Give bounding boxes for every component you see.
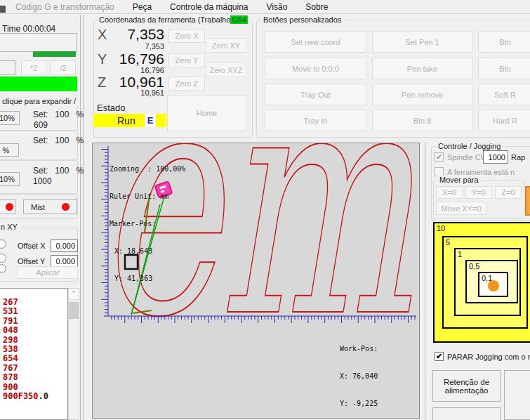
z0-button[interactable]: Z=0: [495, 186, 522, 199]
marker-pos-title: Marker-Pos:: [110, 219, 185, 228]
custom-button-move-to-000[interactable]: Move to 0;0;0: [265, 58, 366, 79]
work-pos-block: Work-Pos: X: 76,040 Y: -9,225: [340, 326, 378, 419]
zoom-level: Zooming : 100,00%: [110, 164, 185, 173]
g54-badge: G54: [230, 15, 248, 24]
toolpath-canvas[interactable]: em Zooming : 100,00% Ru: [92, 143, 420, 419]
override1-10pct-button[interactable]: 10%: [0, 111, 20, 125]
mist-button[interactable]: Mist: [23, 199, 77, 214]
apply-button[interactable]: Aplicar: [18, 266, 78, 279]
parar-jogging-label: PARAR Jogging com o m: [447, 353, 530, 361]
menu-bar: Código G e transformação Peça Controle d…: [0, 0, 530, 14]
spindle-cw-checkbox[interactable]: ✔: [435, 152, 444, 162]
gcode-line: 048: [3, 326, 67, 335]
speed-button-cut[interactable]: [0, 60, 15, 75]
app-window: Código G e transformação Peça Controle d…: [0, 0, 530, 420]
set-value: 100: [55, 136, 69, 145]
divider-left-2: [84, 15, 84, 420]
gcode-line: 767: [3, 364, 67, 373]
jog-step-05-label: 0,5: [469, 262, 479, 270]
menu-peca[interactable]: Peça: [133, 2, 152, 12]
zero-y-button[interactable]: Zero Y: [168, 53, 205, 67]
progress-bar-track: [0, 33, 77, 52]
override2-pct-button[interactable]: %: [0, 143, 19, 157]
custom-buttons-title: Botões personalizados: [261, 15, 343, 24]
set-label: Set:: [33, 136, 48, 145]
custom-button-pen-remove[interactable]: Pen remove: [372, 84, 472, 105]
mist-status-dot: [62, 203, 69, 211]
work-pos-title: Work-Pos:: [340, 344, 378, 353]
percent-sign: %: [76, 136, 84, 145]
zero-z-button[interactable]: Zero Z: [168, 77, 205, 91]
gcode-scrollbar[interactable]: ⌃: [68, 288, 79, 420]
axis-x-value: 7,353: [105, 26, 164, 43]
parar-jogging-checkbox[interactable]: ✔: [435, 352, 444, 361]
coolant-button[interactable]: [0, 199, 15, 214]
bottom-cut-button[interactable]: [432, 407, 501, 420]
menu-visao[interactable]: Visão: [267, 2, 288, 12]
estado-status-bar: Run E: [93, 114, 166, 127]
custom-button-tray-in[interactable]: Tray In: [265, 110, 366, 131]
jog-button-cut[interactable]: [525, 186, 530, 216]
custom-button-btn8[interactable]: Btn 8: [372, 110, 472, 131]
y0-button[interactable]: Y=0: [465, 186, 492, 199]
progress-bar-fill: [33, 51, 76, 57]
set-label: Set:: [33, 166, 48, 176]
custom-button-set-new-coord[interactable]: Set new coord: [265, 31, 366, 53]
override1-set-row: Set: 100 %: [33, 110, 84, 119]
custom-button-pen-take[interactable]: Pen take: [372, 58, 472, 79]
set-value: 100: [55, 166, 69, 176]
coolant-status-dot: [6, 203, 13, 211]
menu-machine-control[interactable]: Controle da máquina: [170, 2, 248, 12]
divide-2-button[interactable]: /2: [51, 60, 76, 75]
custom-button-btn6[interactable]: Btn: [478, 58, 530, 79]
override3-actual: 1000: [33, 176, 52, 186]
override3-set-row: Set: 100 %: [33, 166, 84, 176]
spindle-speed-input[interactable]: 1000: [483, 150, 508, 164]
status-green-bar: [0, 77, 77, 91]
menu-gcode-transform[interactable]: Código G e transformação: [15, 2, 114, 12]
jog-position-dot: [488, 280, 499, 291]
move-xy0-button[interactable]: Move XY=0: [436, 202, 486, 215]
marker-pos-y: Y: 41,363: [110, 274, 185, 283]
custom-button-soft-reset[interactable]: Soft R: [478, 84, 530, 105]
divider-right: [425, 143, 425, 420]
custom-button-tray-out[interactable]: Tray Out: [265, 84, 366, 105]
gcode-line: 878: [3, 373, 67, 382]
feed-hold-button[interactable]: Retenção de alimentação: [432, 370, 501, 402]
offset-group-title: n XY: [0, 223, 20, 231]
zero-x-button[interactable]: Zero X: [168, 29, 205, 43]
custom-button-btn3[interactable]: Btn: [478, 31, 530, 53]
mover-para-title: Mover para: [437, 176, 481, 184]
offset-x-input[interactable]: 0.000: [51, 239, 78, 252]
gcode-line: 531: [3, 307, 67, 316]
override2-set-row: Set: 100 %: [33, 136, 84, 145]
jogging-group-title: Controle / Jogging: [436, 142, 503, 150]
spindle-cw-label: Spindle CW: [447, 153, 488, 162]
zero-xyz-button[interactable]: Zero XYZ: [206, 63, 246, 77]
zero-xy-button[interactable]: Zero XY: [206, 38, 246, 53]
custom-button-set-pen-1[interactable]: Set Pen 1: [372, 31, 472, 53]
work-pos-x: X: 76,040: [340, 372, 378, 381]
run-status: Run: [117, 115, 135, 126]
x0-button[interactable]: X=0: [436, 186, 463, 199]
override3-10pct-button[interactable]: 10%: [0, 172, 20, 186]
set-label: Set:: [33, 110, 48, 119]
window-icon: [0, 6, 6, 13]
scroll-up-icon[interactable]: ⌃: [69, 289, 79, 300]
scrollbar-thumb[interactable]: [69, 302, 79, 319]
gcode-line: 298: [3, 336, 67, 345]
elapsed-time-label: Time 00:00:04: [2, 24, 55, 34]
menu-sobre[interactable]: Sobre: [305, 2, 328, 12]
mist-label: Mist: [31, 203, 45, 211]
gcode-list[interactable]: 267 531 791 048 298 538 654 767 878 900 …: [0, 288, 68, 420]
offset-y-label: Offset Y: [18, 257, 45, 265]
gcode-line: 654: [3, 354, 67, 363]
multiply-2-button[interactable]: *2: [21, 60, 46, 75]
gcode-line: 267: [3, 298, 67, 307]
custom-button-hard-reset[interactable]: Hard R: [478, 110, 530, 131]
jog-step-5-label: 5: [446, 238, 450, 247]
work-pos-y: Y: -9,225: [340, 399, 378, 408]
axis-y-value: 16,796: [105, 51, 164, 67]
home-button[interactable]: Home: [167, 95, 246, 131]
right-cut-button[interactable]: [504, 370, 530, 420]
